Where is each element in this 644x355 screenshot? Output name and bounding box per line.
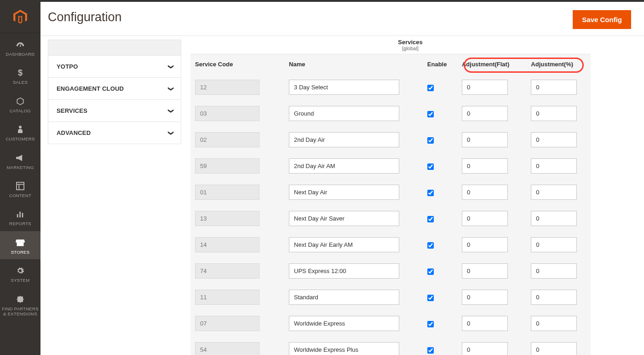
service-code-input bbox=[195, 290, 259, 305]
service-name-input[interactable] bbox=[289, 132, 399, 147]
service-row bbox=[190, 153, 591, 179]
service-enable-checkbox[interactable] bbox=[427, 347, 434, 354]
service-row bbox=[190, 258, 591, 284]
svg-rect-9 bbox=[22, 213, 23, 218]
services-table: Service Code Name Enable Adjustment(Flat… bbox=[190, 54, 591, 355]
adjustment-flat-input[interactable] bbox=[462, 185, 508, 200]
service-enable-checkbox[interactable] bbox=[427, 295, 434, 301]
adjustment-pct-input[interactable] bbox=[531, 185, 577, 200]
col-name: Name bbox=[284, 54, 423, 75]
adjustment-flat-input[interactable] bbox=[462, 132, 508, 147]
adjustment-pct-input[interactable] bbox=[531, 132, 577, 147]
service-code-input bbox=[195, 211, 259, 226]
service-code-input bbox=[195, 316, 259, 331]
service-name-input[interactable] bbox=[289, 80, 399, 95]
service-name-input[interactable] bbox=[289, 185, 399, 200]
nav-bars[interactable]: REPORTS bbox=[0, 203, 40, 231]
adjustment-flat-input[interactable] bbox=[462, 290, 508, 305]
service-name-input[interactable] bbox=[289, 342, 399, 355]
service-name-input[interactable] bbox=[289, 158, 399, 174]
adjustment-pct-input[interactable] bbox=[531, 316, 577, 331]
nav-store[interactable]: STORES bbox=[0, 231, 40, 259]
page-title: Configuration bbox=[48, 10, 122, 24]
config-tab-yotpo[interactable]: YOTPO bbox=[48, 55, 181, 78]
adjustment-pct-input[interactable] bbox=[531, 263, 577, 279]
config-tab-engagement-cloud[interactable]: ENGAGEMENT CLOUD bbox=[48, 78, 181, 100]
nav-label: REPORTS bbox=[2, 221, 39, 226]
services-section-title: Services bbox=[190, 39, 630, 46]
service-enable-checkbox[interactable] bbox=[427, 268, 434, 275]
service-code-input bbox=[195, 237, 259, 252]
nav-megaphone[interactable]: MARKETING bbox=[0, 146, 40, 175]
adjustment-pct-input[interactable] bbox=[531, 106, 577, 121]
service-name-input[interactable] bbox=[289, 237, 399, 252]
adjustment-flat-input[interactable] bbox=[462, 106, 508, 121]
svg-rect-10 bbox=[17, 242, 24, 246]
adjustment-pct-input[interactable] bbox=[531, 342, 577, 355]
service-enable-checkbox[interactable] bbox=[427, 242, 434, 249]
nav-label: CONTENT bbox=[2, 193, 39, 198]
service-enable-checkbox[interactable] bbox=[427, 85, 434, 91]
cube-icon bbox=[2, 96, 39, 106]
service-enable-checkbox[interactable] bbox=[427, 321, 434, 327]
service-row bbox=[190, 74, 591, 100]
service-name-input[interactable] bbox=[289, 106, 399, 121]
service-name-input[interactable] bbox=[289, 316, 399, 331]
service-row bbox=[190, 179, 591, 205]
config-section-header-blank bbox=[48, 40, 181, 55]
adjustment-flat-input[interactable] bbox=[462, 158, 508, 174]
config-sections-panel: YOTPOENGAGEMENT CLOUDSERVICESADVANCED bbox=[48, 40, 181, 355]
adjustment-pct-input[interactable] bbox=[531, 158, 577, 174]
adjustment-flat-input[interactable] bbox=[462, 263, 508, 279]
nav-label: DASHBOARD bbox=[2, 52, 39, 57]
nav-gear[interactable]: SYSTEM bbox=[0, 259, 40, 287]
gear-icon bbox=[2, 266, 39, 276]
admin-sidebar: DASHBOARD$SALESCATALOGCUSTOMERSMARKETING… bbox=[0, 0, 40, 355]
bars-icon bbox=[2, 209, 39, 219]
service-enable-checkbox[interactable] bbox=[427, 216, 434, 222]
config-tab-services[interactable]: SERVICES bbox=[48, 100, 181, 122]
service-code-input bbox=[195, 263, 259, 279]
services-settings-area: Services [global] Service Code Name Enab… bbox=[190, 36, 644, 355]
nav-dollar[interactable]: $SALES bbox=[0, 61, 40, 89]
adjustment-flat-input[interactable] bbox=[462, 342, 508, 355]
service-enable-checkbox[interactable] bbox=[427, 163, 434, 170]
nav-cube[interactable]: CATALOG bbox=[0, 90, 40, 118]
config-tab-advanced[interactable]: ADVANCED bbox=[48, 122, 181, 144]
adjustment-flat-input[interactable] bbox=[462, 80, 508, 95]
svg-rect-7 bbox=[17, 214, 18, 217]
adjustment-flat-input[interactable] bbox=[462, 316, 508, 331]
service-row bbox=[190, 337, 591, 355]
service-code-input bbox=[195, 80, 259, 95]
adjustment-pct-input[interactable] bbox=[531, 80, 577, 95]
adjustment-flat-input[interactable] bbox=[462, 237, 508, 252]
col-adjustment-flat: Adjustment(Flat) bbox=[457, 54, 526, 75]
svg-rect-1 bbox=[20, 44, 22, 46]
save-config-button[interactable]: Save Config bbox=[573, 10, 631, 29]
nav-puzzle[interactable]: FIND PARTNERS & EXTENSIONS bbox=[0, 288, 40, 321]
nav-person[interactable]: CUSTOMERS bbox=[0, 118, 40, 146]
adjustment-flat-input[interactable] bbox=[462, 211, 508, 226]
service-code-input bbox=[195, 185, 259, 200]
nav-layout[interactable]: CONTENT bbox=[0, 175, 40, 203]
nav-label: SALES bbox=[2, 80, 39, 85]
service-name-input[interactable] bbox=[289, 290, 399, 305]
magento-icon bbox=[12, 9, 28, 24]
adjustment-pct-input[interactable] bbox=[531, 211, 577, 226]
nav-dashboard[interactable]: DASHBOARD bbox=[0, 33, 40, 61]
person-icon bbox=[2, 124, 39, 134]
magento-logo[interactable] bbox=[0, 0, 40, 33]
service-enable-checkbox[interactable] bbox=[427, 137, 434, 144]
service-enable-checkbox[interactable] bbox=[427, 111, 434, 117]
megaphone-icon bbox=[2, 153, 39, 163]
svg-text:$: $ bbox=[18, 68, 23, 77]
layout-icon bbox=[2, 181, 39, 191]
services-table-header-row: Service Code Name Enable Adjustment(Flat… bbox=[190, 54, 591, 75]
service-name-input[interactable] bbox=[289, 263, 399, 279]
service-row bbox=[190, 127, 591, 153]
service-name-input[interactable] bbox=[289, 211, 399, 226]
service-row bbox=[190, 232, 591, 258]
service-enable-checkbox[interactable] bbox=[427, 190, 434, 196]
adjustment-pct-input[interactable] bbox=[531, 237, 577, 252]
adjustment-pct-input[interactable] bbox=[531, 290, 577, 305]
